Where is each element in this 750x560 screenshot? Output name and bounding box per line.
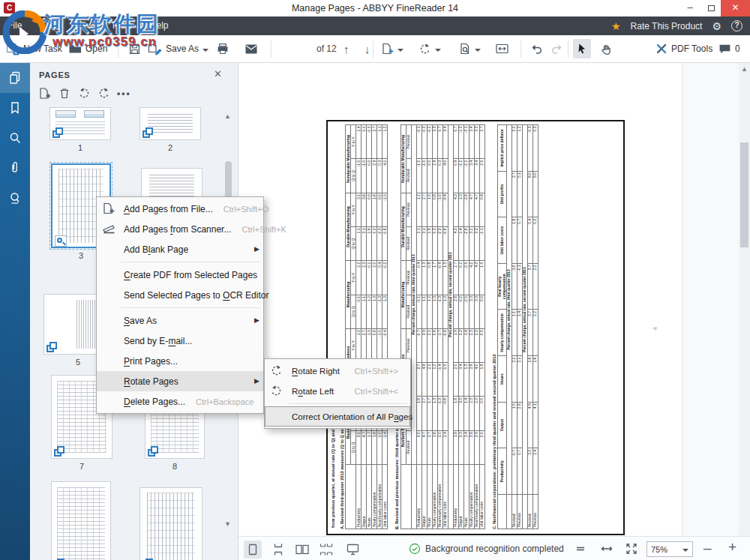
add-pages-button[interactable] [381,35,404,62]
rate-product-link[interactable]: Rate This Product [631,21,703,31]
email-button[interactable] [244,35,258,62]
view-two-page-continuous-button[interactable] [316,541,336,559]
fit-height-button[interactable] [574,543,586,555]
doc-row: Hours1.71.72.12.11.20.81.91.50.0-0.2 [427,125,432,529]
doc-row: Unit labor costs-1.40.7-1.5-0.41.3-0.2-0… [382,125,388,529]
undo-button[interactable] [530,35,544,62]
doc-row: Productivity3.01.92.7-0.7-0.10.41.11.2-1… [416,125,422,529]
panel-delete-page-button[interactable] [58,87,70,100]
save-button[interactable] [128,35,141,62]
menu-item-add-blank-page[interactable]: Add Blank Page▶ [97,239,263,259]
rotated-table-content: from previous quarter, at annual rate (Q… [328,121,623,532]
new-task-icon [6,42,20,55]
comments-button[interactable]: 0 [718,35,740,62]
menu-view[interactable]: View [64,16,102,35]
menu-item-save-as[interactable]: Save As▶ [97,310,263,331]
submenu-item-rotate-right[interactable]: Rotate RightCtrl+Shift+> [265,361,410,381]
menu-tools[interactable]: Tools [102,16,141,35]
open-button[interactable]: Open [68,35,107,62]
save-as-button[interactable]: Save As [148,35,208,62]
view-single-page-button[interactable] [244,541,262,559]
view-fullscreen-button[interactable] [344,541,362,559]
doc-section-title: B. Revised and previous measures: third … [394,124,399,529]
pages-icon [8,70,22,85]
doc-section: C. Nonfinancial corporations: preliminar… [492,124,538,529]
redo-button[interactable] [550,35,564,62]
fit-screen-button[interactable] [626,543,638,555]
hand-tool-button[interactable] [600,35,613,62]
star-icon: ★ [611,20,621,32]
menu-item-add-pages-from-scanner[interactable]: Add Pages from Scanner...Ctrl+Shift+K [97,219,263,239]
rotate-icon [418,43,431,55]
panel-scroll-up-icon[interactable]: ▲ [224,112,231,120]
fit-page-width-button[interactable] [600,543,614,555]
page-thumbnail-2[interactable] [140,107,201,140]
next-page-button[interactable]: ↓ [364,35,370,62]
page-preview-dropdown-icon[interactable] [475,49,481,55]
submenu-item-rotate-left[interactable]: Rotate LeftCtrl+Shift+< [265,381,410,401]
page-preview-button[interactable] [459,35,481,62]
sidebar-item-bookmarks[interactable] [0,93,30,123]
panel-rotate-left-button[interactable] [78,87,91,100]
maximize-button[interactable] [701,0,721,16]
menu-item-delete-pages[interactable]: Delete Pages...Ctrl+Backspace [97,391,263,412]
rotate-pages-submenu: Rotate RightCtrl+Shift+>Rotate LeftCtrl+… [264,358,411,429]
zoom-select[interactable]: 75% [646,541,693,557]
help-icon[interactable]: ? [731,20,742,31]
fit-width-button[interactable] [495,35,509,62]
panel-rotate-right-button[interactable] [98,87,110,100]
doc-section: A. Revised third-quarter 2013 measures (… [340,124,388,529]
minimize-button[interactable]: – [679,0,701,16]
panel-scroll-down-icon[interactable]: ▼ [224,520,231,528]
view-continuous-button[interactable] [269,541,287,559]
thumbnail-number: 8 [145,462,205,471]
page-count-label: of 12 [316,35,337,62]
menu-item-send-selected-pages-to-ocr-editor[interactable]: Send Selected Pages to OCR Editor [97,285,263,305]
previous-page-button[interactable]: ↑ [344,35,350,62]
signature-icon [8,190,22,205]
add-pages-dropdown-icon[interactable] [398,49,404,55]
menu-item-rotate-pages[interactable]: Rotate Pages▶ [97,371,263,391]
sidebar-item-attachments[interactable] [0,153,30,183]
sidebar-item-signature[interactable] [0,183,30,213]
menu-item-add-pages-from-file[interactable]: Add Pages from File...Ctrl+Shift+O [97,199,263,219]
print-button[interactable] [216,35,230,62]
save-as-icon [148,43,162,55]
toolbar-separator [118,40,118,58]
settings-gear-icon[interactable]: ⚙ [712,20,722,32]
menu-item-create-pdf-from-selected-pages[interactable]: Create PDF from Selected Pages [97,265,263,285]
menu-help[interactable]: Help [141,16,178,35]
zoom-in-button[interactable]: + [728,541,736,554]
panel-add-page-button[interactable] [38,87,51,100]
zoom-out-button[interactable]: – [704,541,712,555]
menu-item-print-pages[interactable]: Print Pages... [97,351,263,371]
viewer-scroll-up-icon[interactable]: ▲ [741,65,748,73]
panel-more-button[interactable]: ••• [117,88,131,99]
pdf-tools-button[interactable]: PDF Tools [656,35,712,62]
viewer-scrollbar[interactable]: ▲ [739,63,750,536]
rotate-button[interactable] [418,35,441,62]
view-two-page-button[interactable] [292,541,312,559]
doc-row: Output4.73.74.93.91.11.33.12.7-1.0-0.3 [422,125,427,529]
menu-edit[interactable]: Edit [31,16,64,35]
sidebar-item-pages[interactable] [0,63,30,93]
shortcut-label: Ctrl+Shift+O [213,205,269,214]
rotate-dropdown-icon[interactable] [435,49,441,55]
viewer-scrollbar-thumb[interactable] [740,142,748,247]
close-button[interactable]: ✕ [721,0,750,16]
maximize-icon [708,5,715,11]
sidebar-item-search[interactable] [0,123,30,153]
page-thumbnail-1[interactable] [50,107,111,140]
save-as-dropdown-icon[interactable] [202,49,208,55]
doc-section-title: A. Revised third-quarter 2013 measures (… [340,124,344,529]
pages-panel-title: PAGES [39,70,70,79]
new-task-button[interactable]: New Task [6,35,62,62]
menu-file[interactable]: File [0,16,31,35]
select-tool-button[interactable] [573,39,591,58]
pages-panel-close-icon[interactable]: ✕ [214,68,222,79]
rotate-right-icon [98,87,110,100]
page-thumbnail-10[interactable] [140,487,202,560]
submenu-item-correct-orientation-of-all-pages[interactable]: Correct Orientation of All Pages [265,406,410,427]
page-thumbnail-9[interactable] [51,481,111,560]
menu-item-send-by-e-mail[interactable]: Send by E-mail... [97,331,263,351]
